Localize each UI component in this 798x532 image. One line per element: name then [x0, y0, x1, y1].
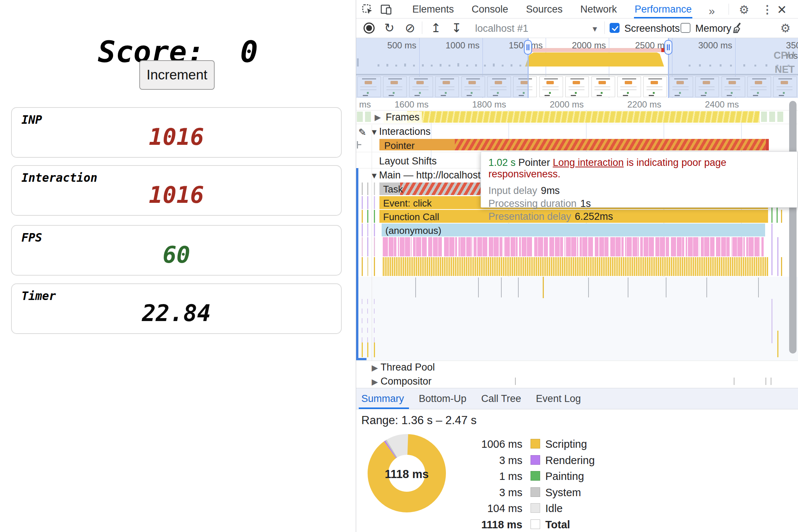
garbage-collect-broom-icon[interactable] [732, 21, 745, 34]
legend-swatch [531, 519, 540, 529]
record-icon[interactable] [364, 23, 375, 34]
selection-handle-left[interactable] [524, 40, 532, 55]
micro-tasks-pink-row[interactable] [383, 237, 764, 256]
screenshots-checkbox[interactable] [610, 23, 620, 33]
tooltip-title: 1.02 s Pointer Long interaction is indic… [488, 157, 790, 180]
track-label-thread-pool[interactable]: Thread Pool [381, 362, 435, 373]
edge-tick [771, 224, 773, 275]
increment-button[interactable]: Increment [139, 60, 215, 90]
settings-gear-icon[interactable]: ⚙ [739, 3, 749, 17]
screenshot-thumbnail[interactable] [591, 76, 615, 97]
screenshots-label[interactable]: Screenshots [624, 23, 680, 34]
annotate-pencil-icon[interactable]: ✎ [358, 127, 366, 138]
close-devtools-icon[interactable]: × [777, 1, 787, 18]
gutter-tick [367, 237, 368, 256]
thumb-title [648, 78, 662, 79]
capture-settings-gear-icon[interactable]: ⚙ [780, 21, 791, 35]
memory-label[interactable]: Memory [695, 23, 732, 34]
details-tab-bottom-up[interactable]: Bottom-Up [419, 388, 467, 409]
reload-record-icon[interactable]: ↻ [384, 21, 395, 35]
legend-swatch [531, 471, 540, 481]
device-toolbar-icon[interactable] [381, 4, 392, 15]
inspect-element-icon[interactable] [362, 4, 373, 15]
thumb-button [546, 81, 554, 84]
idle-frame-block [365, 112, 371, 122]
history-dropdown[interactable]: localhost #1 [475, 23, 528, 34]
overview-dim-left [356, 38, 528, 98]
thumb-number [623, 95, 628, 96]
memory-checkbox[interactable] [681, 23, 690, 33]
track-label-interactions[interactable]: Interactions [379, 126, 431, 137]
track-label-compositor[interactable]: Compositor [381, 376, 432, 387]
devtools-tab-bar: ElementsConsoleSourcesNetworkPerformance… [356, 0, 798, 18]
metric-card: INP1016 [11, 107, 342, 158]
partial-frames-bar[interactable] [407, 111, 760, 123]
sparse-tick [588, 277, 589, 297]
vertical-scrollbar[interactable] [789, 101, 797, 354]
ruler-tick-label: 1800 ms [472, 99, 506, 110]
compositor-tick [515, 378, 516, 385]
gutter-tick [367, 210, 368, 223]
legend-label: Rendering [545, 454, 595, 467]
long-interaction-link[interactable]: Long interaction [553, 157, 624, 168]
more-tabs-icon[interactable]: » [709, 5, 715, 17]
thumb-line [647, 89, 662, 90]
save-profile-icon[interactable]: ↧ [451, 21, 462, 35]
gutter-tick [362, 210, 363, 223]
screenshot-thumbnail[interactable] [539, 76, 563, 97]
frames-expand-icon[interactable]: ▶ [375, 113, 381, 122]
thread-pool-expand-icon[interactable]: ▶ [372, 363, 378, 373]
thumb-green-dot [549, 92, 551, 94]
screenshot-thumbnail[interactable] [617, 76, 641, 97]
devtools-tabs: ElementsConsoleSourcesNetworkPerformance… [412, 0, 715, 18]
sparse-tick [706, 277, 707, 297]
tab-elements[interactable]: Elements [412, 0, 455, 18]
tooltip-row: Presentation delay6.252ms [488, 210, 790, 223]
micro-tasks-yellow-row[interactable] [383, 257, 768, 276]
clear-icon[interactable]: ⊘ [405, 21, 415, 35]
details-tab-event-log[interactable]: Event Log [536, 388, 581, 409]
anonymous-label: (anonymous) [385, 225, 441, 236]
tab-console[interactable]: Console [471, 0, 509, 18]
gutter-tick [367, 183, 368, 195]
timeline-overview[interactable]: 500 ms1000 ms1500 ms2000 ms2500 ms3000 m… [356, 38, 798, 98]
tab-network[interactable]: Network [580, 0, 618, 18]
overview-tick-label: 2000 ms [572, 40, 606, 51]
thumb-title [570, 78, 584, 79]
thumb-button [573, 81, 580, 84]
load-profile-icon[interactable]: ↥ [431, 21, 441, 35]
screenshot-thumbnail[interactable] [643, 76, 667, 97]
tooltip-row-value: 9ms [541, 185, 560, 196]
metric-card-value: 1016 [12, 123, 341, 150]
legend-swatch [531, 503, 540, 513]
thumb-number [649, 95, 654, 96]
gutter-tick [367, 224, 368, 236]
track-label-layout-shifts[interactable]: Layout Shifts [379, 156, 437, 167]
ruler-tick-label: 2400 ms [705, 99, 739, 110]
tooltip-row: Input delay9ms [488, 184, 790, 197]
range-label: Range: 1.36 s – 2.47 s [361, 414, 477, 427]
kebab-menu-icon[interactable]: ⋮ [762, 3, 773, 16]
details-tab-summary[interactable]: Summary [361, 388, 404, 409]
thumb-line [647, 86, 662, 87]
compositor-expand-icon[interactable]: ▶ [372, 377, 378, 387]
screenshot-thumbnail[interactable] [565, 76, 589, 97]
main-collapse-icon[interactable]: ▼ [370, 171, 378, 181]
pointer-bar-label: Pointer [384, 140, 415, 151]
tab-sources[interactable]: Sources [525, 0, 563, 18]
chevron-down-icon[interactable]: ▾ [593, 24, 597, 34]
tooltip-target: Pointer [518, 157, 550, 168]
divider [356, 110, 798, 110]
cpu-label: CPU [774, 50, 795, 61]
interactions-collapse-icon[interactable]: ▼ [370, 127, 378, 137]
metric-card: Interaction1016 [11, 165, 342, 216]
track-label-frames[interactable]: Frames [383, 112, 422, 123]
gutter-tick [362, 237, 363, 256]
details-tab-call-tree[interactable]: Call Tree [481, 388, 521, 409]
tab-performance[interactable]: Performance [634, 0, 693, 18]
track-drag-handle[interactable] [357, 141, 362, 149]
lower-yellow-tick [374, 342, 375, 357]
summary-pane: Range: 1.36 s – 2.47 s 1118 ms 1006 msSc… [356, 409, 798, 532]
legend-row: 104 msIdle [445, 502, 600, 516]
selection-handle-right[interactable] [664, 40, 672, 55]
